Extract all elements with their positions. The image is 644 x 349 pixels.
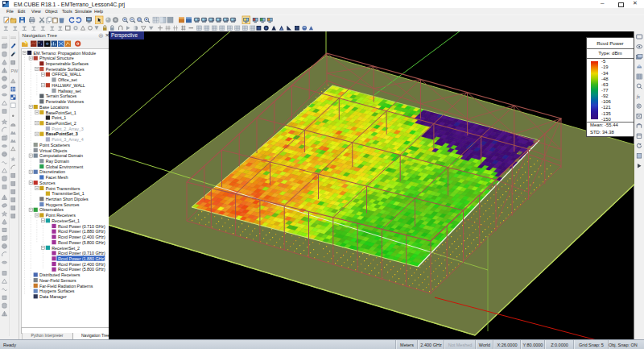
svg-text:Rcvd Power (2.400 GHz): Rcvd Power (2.400 GHz) [57, 235, 105, 239]
svg-text:Rcvd Power (1.880 GHz): Rcvd Power (1.880 GHz) [57, 256, 105, 260]
svg-text:Terrain Surfaces: Terrain Surfaces [45, 93, 76, 98]
svg-text:Distributed Receivers: Distributed Receivers [39, 272, 80, 277]
svg-text:Data Manager: Data Manager [39, 294, 67, 299]
svg-text:HALLWAY_WALL: HALLWAY_WALL [52, 82, 85, 87]
svg-text:Huygens Surfaces: Huygens Surfaces [39, 289, 75, 293]
svg-text:ReceiverSet_2: ReceiverSet_2 [52, 245, 80, 250]
svg-text:Rcvd Power (5.800 GHz): Rcvd Power (5.800 GHz) [57, 239, 105, 244]
svg-text:Hallway_set: Hallway_set [57, 88, 80, 93]
svg-text:Global Environment: Global Environment [45, 164, 83, 168]
svg-text:TransmitterSet_1: TransmitterSet_1 [52, 191, 84, 196]
svg-text:Base Locations: Base Locations [39, 104, 69, 109]
svg-text:Point Receivers: Point Receivers [45, 213, 75, 218]
svg-text:Physical Structure: Physical Structure [39, 56, 74, 60]
svg-text:Rcvd Power (0.710 GHz): Rcvd Power (0.710 GHz) [57, 223, 105, 228]
svg-text:BasePointSet_2: BasePointSet_2 [45, 120, 76, 125]
svg-text:Office_set: Office_set [57, 77, 76, 82]
svg-text:OFFICE_WALL: OFFICE_WALL [52, 72, 81, 77]
svg-text:Penetrable Surfaces: Penetrable Surfaces [45, 66, 84, 71]
svg-text:Ray Domain: Ray Domain [45, 159, 68, 164]
svg-text:Facet Mesh: Facet Mesh [45, 175, 68, 180]
svg-text:ReceiverSet_1: ReceiverSet_1 [52, 218, 80, 222]
svg-text:Rcvd Power (5.800 GHz): Rcvd Power (5.800 GHz) [57, 267, 105, 272]
svg-text:PW: PW [10, 69, 18, 73]
svg-text:Rcvd Power (0.710 GHz): Rcvd Power (0.710 GHz) [57, 251, 105, 256]
svg-text:fx: fx [636, 94, 640, 99]
svg-text:Point_1: Point_1 [52, 115, 66, 120]
svg-text:Point_2_Array_3: Point_2_Array_3 [52, 126, 84, 131]
svg-text:EM.Terrano: Propagation Module: EM.Terrano: Propagation Module [33, 50, 96, 55]
svg-text:Rcvd Power (2.400 GHz): Rcvd Power (2.400 GHz) [57, 261, 105, 266]
svg-text:Discretization: Discretization [39, 169, 65, 174]
svg-text:Virtual Objects: Virtual Objects [39, 147, 68, 152]
svg-text:Hertzian Short Dipoles: Hertzian Short Dipoles [45, 197, 88, 202]
svg-text:Observables: Observables [39, 207, 64, 212]
svg-text:Sources: Sources [39, 180, 56, 185]
svg-text:Penetrable Volumes: Penetrable Volumes [45, 99, 84, 104]
svg-text:Rcvd Power (1.880 GHz): Rcvd Power (1.880 GHz) [57, 229, 105, 234]
svg-text:Point Scatterers: Point Scatterers [39, 142, 70, 147]
svg-text:BasePointSet_1: BasePointSet_1 [45, 110, 76, 114]
svg-text:Near-Field Sensors: Near-Field Sensors [39, 277, 76, 282]
svg-text:Computational Domain: Computational Domain [39, 153, 83, 158]
svg-text:Impenetrable Surfaces: Impenetrable Surfaces [45, 61, 89, 66]
svg-text:BasePointSet_3: BasePointSet_3 [45, 131, 77, 136]
svg-text:Point Transmitters: Point Transmitters [45, 185, 80, 190]
svg-text:Far-Field Radiation Patterns: Far-Field Radiation Patterns [39, 283, 93, 288]
svg-text:Point_3_Array_4: Point_3_Array_4 [52, 137, 84, 142]
svg-text:Huygens Sources: Huygens Sources [45, 202, 79, 206]
